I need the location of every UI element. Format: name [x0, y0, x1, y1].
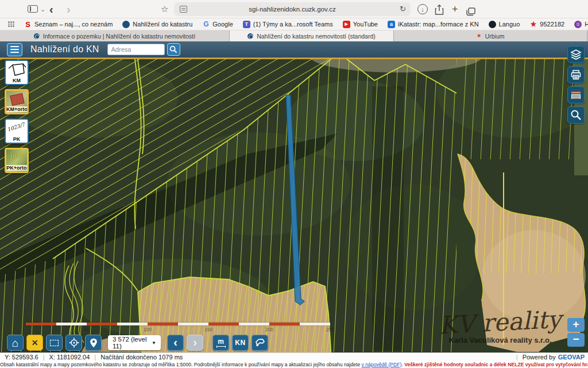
printer-icon: [571, 70, 581, 80]
back-chevron-icon: ‹: [173, 336, 177, 350]
new-tab-icon[interactable]: +: [452, 0, 458, 18]
layer-button-pk[interactable]: 1023/7 PK: [5, 118, 29, 144]
lasso-select-button[interactable]: [252, 335, 268, 351]
map-viewport[interactable]: Nahlížení do KN KM KM+orto 1023/7 PK 102…: [0, 41, 588, 352]
map-search-button[interactable]: [567, 106, 585, 124]
ikatastr-icon: a: [388, 21, 395, 28]
address-bar[interactable]: sgi-nahlizenidokn.cuzk.gov.cz ↻: [174, 2, 411, 16]
app-header: Nahlížení do KN: [0, 41, 588, 59]
scale-level-select[interactable]: 3 572 (level 11) ▼: [108, 335, 161, 350]
parcel-sketch-icon: [8, 63, 26, 79]
measure-button[interactable]: m: [212, 335, 229, 351]
tab-urbium[interactable]: ✶Urbium: [394, 30, 587, 41]
map-canvas[interactable]: [0, 41, 588, 352]
target-icon: [69, 338, 79, 348]
tab-informace-o-pozemku[interactable]: Informace o pozemku | Nahlížení do katas…: [0, 30, 230, 41]
lasso-icon: [255, 338, 265, 347]
downloads-icon[interactable]: ↓: [417, 4, 428, 14]
disclaimer-warning: Veškeré zjištěné hodnoty souřadnic a dél…: [404, 362, 588, 367]
dashed-rect-icon: [50, 340, 59, 346]
tab-favicon-globe: [34, 33, 40, 39]
google-icon: G: [202, 21, 210, 28]
layer-switcher: KM KM+orto 1023/7 PK 1023 PK+orto: [5, 60, 29, 173]
layers-button[interactable]: [567, 46, 585, 63]
map-tools-right: [567, 46, 585, 124]
layer-button-pk-orto[interactable]: 1023 PK+orto: [5, 148, 29, 173]
sidebar-toggle-icon[interactable]: [28, 5, 38, 13]
disclaimer-text: Obsah katastrální mapy a mapy pozemkovéh…: [0, 362, 360, 367]
address-search-input[interactable]: [107, 44, 165, 55]
map-scale-bar: [26, 323, 330, 325]
bookmark-teams[interactable]: T(1) Týmy a ka...rosoft Teams: [243, 21, 333, 28]
close-icon: ✕: [32, 338, 38, 347]
history-forward-button: ›: [187, 335, 203, 351]
seznam-icon: S: [24, 21, 32, 28]
chevron-down-icon: ▼: [152, 340, 156, 346]
bookmark-youtube[interactable]: ▶YouTube: [343, 21, 378, 28]
tab-nahlizeni-standard[interactable]: Nahlížení do katastru nemovitostí (stand…: [230, 30, 394, 41]
help-pdf-link[interactable]: v nápovědě (PDF): [362, 362, 402, 367]
bookmarks-grid-icon[interactable]: [8, 21, 14, 27]
geovap-link[interactable]: GEOVAP: [558, 354, 585, 361]
zoom-in-button[interactable]: +: [567, 318, 585, 332]
forward-chevron-icon: ›: [193, 336, 197, 350]
browser-toolbar: ⌄ ‹ › ☆ sgi-nahlizenidokn.cuzk.gov.cz ↻ …: [0, 0, 588, 18]
menu-hamburger-button[interactable]: [7, 43, 22, 56]
measure-icon: m: [216, 338, 226, 348]
footer-disclaimer: Obsah katastrální mapy a mapy pozemkovéh…: [0, 361, 588, 368]
youtube-icon: ▶: [343, 21, 350, 28]
center-position-button[interactable]: [65, 335, 82, 351]
search-icon: [570, 109, 582, 121]
tab-favicon-globe: [247, 33, 253, 39]
chevron-down-icon[interactable]: ⌄: [40, 0, 45, 18]
zoom-control: + −: [567, 318, 585, 347]
bookmark-ikatastr[interactable]: aiKatastr: map...formace z KN: [388, 21, 479, 28]
marker-button[interactable]: [85, 335, 102, 351]
app-title: Nahlížení do KN: [30, 44, 99, 55]
select-area-button[interactable]: [46, 335, 63, 351]
home-button[interactable]: ⌂: [7, 335, 24, 351]
bookmark-languo[interactable]: Languo: [489, 21, 520, 28]
search-icon: [169, 45, 177, 53]
layer-button-km[interactable]: KM: [5, 60, 29, 85]
bookmark-google[interactable]: GGoogle: [202, 21, 233, 28]
map-toolbar: ⌂ ✕ 3 572 (level 11) ▼ ‹ › m KN: [7, 335, 268, 351]
bookmark-edookit[interactable]: ☺Hlavní panel ....edookit.com: [574, 21, 588, 28]
teams-icon: T: [243, 21, 250, 28]
globe-icon: [122, 21, 130, 28]
loading-status: Načítání dokončeno 1079 ms: [100, 354, 183, 361]
powered-by: | Powered by GEOVAP: [512, 354, 585, 361]
coordinate-y: Y: 529593.6: [5, 354, 38, 361]
favorites-star-icon[interactable]: ☆: [161, 0, 168, 18]
close-tool-button[interactable]: ✕: [26, 335, 43, 351]
legend-table-icon: [571, 90, 581, 100]
languo-icon: [489, 21, 496, 28]
zoom-out-button[interactable]: −: [567, 333, 585, 347]
coordinate-x: X: 1181092.04: [49, 354, 90, 361]
star-icon: ★: [529, 21, 537, 28]
kn-info-button[interactable]: KN: [232, 335, 249, 351]
bookmark-katastr[interactable]: Nahlížení do katastru: [122, 21, 192, 28]
reload-icon[interactable]: ↻: [400, 2, 406, 16]
layers-icon: [570, 49, 582, 60]
edookit-icon: ☺: [574, 21, 582, 28]
browser-back-button[interactable]: ‹: [49, 0, 53, 18]
tab-bar: Informace o pozemku | Nahlížení do katas…: [0, 30, 588, 41]
browser-forward-button: ›: [67, 0, 71, 18]
bookmark-9522182[interactable]: ★9522182: [529, 21, 564, 28]
bookmarks-bar: SSeznam – naj..., co neznám Nahlížení do…: [0, 18, 588, 30]
history-back-button[interactable]: ‹: [167, 335, 184, 351]
scale-bar-labels: 50 100 150 200 250: [26, 327, 336, 332]
search-button[interactable]: [167, 43, 180, 56]
pk-thumb-text: 1023/7: [6, 121, 25, 132]
map-pin-icon: [90, 338, 98, 348]
page-settings-icon[interactable]: [180, 6, 187, 13]
pkorto-thumb-text: 1023: [8, 151, 24, 161]
home-icon: ⌂: [12, 338, 18, 348]
print-button[interactable]: [567, 66, 585, 83]
status-bar: Y: 529593.6 | X: 1181092.04 | Načítání d…: [0, 352, 588, 361]
bookmark-seznam[interactable]: SSeznam – naj..., co neznám: [24, 21, 113, 28]
urbium-icon: ✶: [476, 32, 481, 40]
legend-button[interactable]: [567, 86, 585, 103]
layer-button-km-orto[interactable]: KM+orto: [5, 89, 29, 114]
